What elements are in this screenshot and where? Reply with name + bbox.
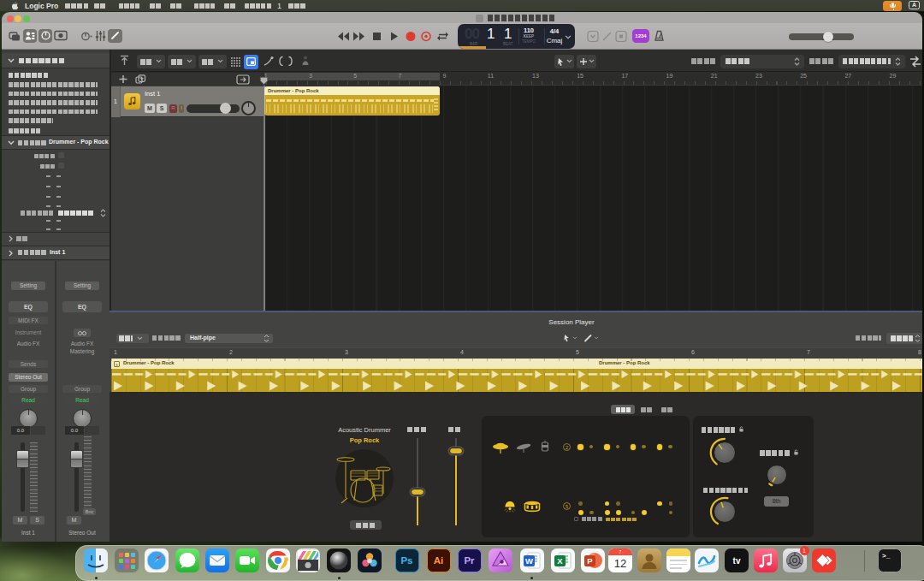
svg-text:P: P: [587, 556, 593, 566]
svg-text:X: X: [557, 556, 563, 566]
svg-text:W: W: [525, 556, 533, 566]
